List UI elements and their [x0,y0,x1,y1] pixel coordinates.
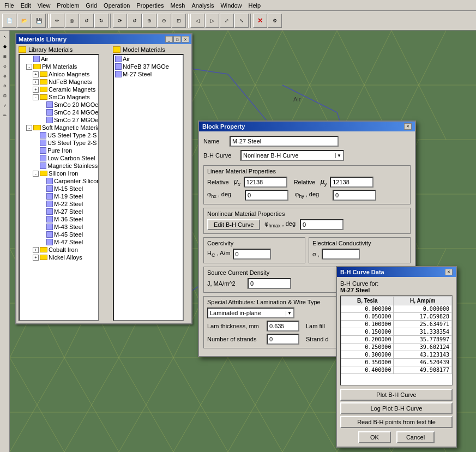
side-btn-3[interactable]: ⊞ [1,52,9,61]
menubar-item-window[interactable]: Window [217,1,245,10]
toolbar-btn-10[interactable]: ⊕ [142,14,156,28]
toolbar-btn-13[interactable]: ◁ [190,14,204,28]
canvas-area[interactable]: Air Air Air Materials Library _ □ ✕ Libr [10,31,476,452]
toolbar-btn-6[interactable]: ↺ [80,14,94,28]
toolbar-btn-7[interactable]: ↻ [94,14,109,28]
tree-item[interactable]: +Ceramic Magnets [20,86,98,93]
edit-bh-curve-button[interactable]: Edit B-H Curve [207,219,260,230]
side-btn-7[interactable]: ⊡ [1,92,9,100]
menubar-item-help[interactable]: Help [245,1,264,10]
tree-item[interactable]: M-22 Steel [20,200,98,208]
open-button[interactable]: 📂 [17,14,31,28]
tree-item[interactable]: M-27 Steel [20,208,98,215]
tree-item[interactable]: Magnetic Stainless Steel [20,162,98,170]
tree-item[interactable]: M-36 Steel [20,215,98,223]
side-btn-9[interactable]: ✏ [1,111,9,120]
side-btn-6[interactable]: ⊖ [1,82,9,91]
toolbar-btn-11[interactable]: ⊖ [157,14,171,28]
toolbar-btn-12[interactable]: ⊡ [172,14,186,28]
num-strands-input[interactable] [267,334,299,345]
side-btn-8[interactable]: ⤢ [1,101,9,110]
toolbar-btn-15[interactable]: ⤢ [220,14,234,28]
toolbar-btn-14[interactable]: ▷ [205,14,219,28]
tree-item[interactable]: M-45 Steel [20,231,98,238]
lam-thickness-input[interactable] [267,321,299,332]
toolbar-btn-8[interactable]: ⟳ [113,14,127,28]
bh-close-button[interactable]: ✕ [445,269,453,275]
menubar-item-edit[interactable]: Edit [17,1,34,10]
library-tree[interactable]: Air-PM Materials+Alnico Magnets+NdFeB Ma… [19,54,99,321]
model-tree[interactable]: AirNdFeB 37 MGOeM-27 Steel [113,54,184,321]
model-tree-item[interactable]: NdFeB 37 MGOe [114,63,183,70]
tree-item[interactable]: Low Carbon Steel [20,154,98,162]
tree-item[interactable]: SmCo 24 MGOe [20,109,98,116]
toolbar-btn-17[interactable]: ⚙ [268,14,282,28]
tree-item[interactable]: M-19 Steel [20,192,98,200]
tree-item[interactable]: +Nickel Alloys [20,254,98,261]
menubar-item-properties[interactable]: Properties [133,1,167,10]
phi-hx-input[interactable] [245,190,288,201]
bh-cancel-button[interactable]: Cancel [396,431,435,443]
tree-item[interactable]: Carpenter Silicon Core Iron "A", 1066C [20,177,98,185]
menubar-item-grid[interactable]: Grid [82,1,100,10]
toolbar-stop-button[interactable]: ✕ [253,14,267,28]
tree-item[interactable]: M-43 Steel [20,223,98,231]
phi-hy-input[interactable] [333,190,376,201]
tree-item[interactable]: US Steel Type 2-S 0.024 inch thickness [20,139,98,147]
j-input[interactable] [248,278,291,289]
menubar-item-mesh[interactable]: Mesh [167,1,189,10]
lam-combo[interactable]: Laminated in-plane ▼ [207,308,294,318]
model-tree-item[interactable]: M-27 Steel [114,70,183,78]
bh-ok-button[interactable]: OK [358,431,391,443]
tree-item[interactable]: SmCo 20 MGOe [20,101,98,109]
muy-input[interactable] [330,177,373,188]
tree-item[interactable]: Air [20,55,98,63]
toolbar-btn-4[interactable]: ✏ [50,14,64,28]
side-btn-1[interactable]: ↖ [1,33,9,41]
tree-item[interactable]: +Alnico Magnets [20,70,98,78]
toolbar-btn-16[interactable]: ⤡ [234,14,249,28]
menubar-item-analysis[interactable]: Analysis [188,1,217,10]
toolbar-btn-5[interactable]: ◎ [65,14,79,28]
tree-item[interactable]: -SmCo Magnets [20,93,98,101]
toolbar-btn-9[interactable]: ↺ [128,14,142,28]
phi-hmax-input[interactable] [300,219,344,230]
side-btn-5[interactable]: ⊕ [1,72,9,81]
plot-bh-button[interactable]: Plot B-H Curve [340,389,453,401]
num-strands-label: Number of strands [207,336,264,342]
tree-item[interactable]: M-15 Steel [20,185,98,192]
bp-close-button[interactable]: ✕ [404,123,412,130]
tree-item[interactable]: M-47 Steel [20,238,98,246]
save-button[interactable]: 💾 [32,14,46,28]
mux-input[interactable] [244,177,287,188]
hc-input[interactable] [233,249,271,260]
name-input[interactable] [230,136,339,147]
tree-item[interactable]: -Silicon Iron [20,170,98,177]
ml-minimize-button[interactable]: _ [165,36,173,43]
bh-data-table-container[interactable]: B, Tesla H, Amp/m 0.0000000.0000000.0500… [340,296,453,385]
tree-item[interactable]: Pure Iron [20,147,98,154]
materials-library-titlebar[interactable]: Materials Library _ □ ✕ [16,34,191,44]
log-plot-bh-button[interactable]: Log Plot B-H Curve [340,402,453,414]
new-button[interactable]: 📄 [2,14,16,28]
read-bh-button[interactable]: Read B-H points from text file [340,416,453,428]
menubar-item-operation[interactable]: Operation [100,1,133,10]
tree-item[interactable]: +Cobalt Iron [20,246,98,254]
ml-maximize-button[interactable]: □ [173,36,181,43]
tree-item[interactable]: SmCo 27 MGOe [20,116,98,124]
ml-close-button[interactable]: ✕ [182,36,189,43]
model-tree-item[interactable]: Air [114,55,183,63]
side-btn-4[interactable]: ⊙ [1,62,9,71]
block-property-titlebar[interactable]: Block Property ✕ [199,122,415,131]
menubar-item-problem[interactable]: Problem [53,1,82,10]
tree-item[interactable]: -Soft Magnetic Materials [20,124,98,131]
tree-item[interactable]: US Steel Type 2-S 0.018 inch thickness [20,131,98,139]
bh-curve-combo[interactable]: Nonlinear B-H Curve ▼ [240,150,344,161]
menubar-item-view[interactable]: View [34,1,54,10]
tree-item[interactable]: +NdFeB Magnets [20,78,98,86]
sigma-input[interactable] [322,249,360,260]
bh-curve-titlebar[interactable]: B-H Curve Data ✕ [337,267,456,277]
side-btn-2[interactable]: ⬟ [1,43,9,51]
tree-item[interactable]: -PM Materials [20,63,98,70]
menubar-item-file[interactable]: File [1,1,17,10]
